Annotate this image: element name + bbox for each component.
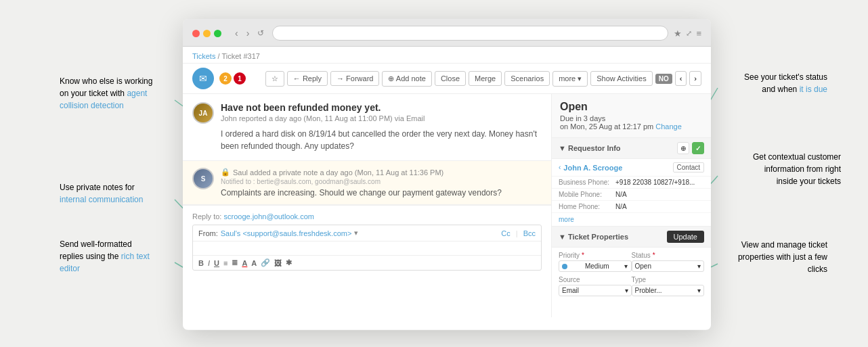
star-button[interactable]: ☆ — [265, 71, 284, 87]
more-link[interactable]: more — [552, 213, 711, 226]
type-value: Probler... — [635, 287, 662, 294]
mobile-phone-value: N/A — [615, 191, 627, 198]
list-button[interactable]: ≡ — [223, 259, 227, 267]
annotation-left-middle-text: Use private notes forinternal communicat… — [60, 183, 143, 204]
back-button[interactable]: ‹ — [232, 26, 241, 40]
from-label: From: — [198, 229, 218, 237]
requestor-icon-btn-1[interactable]: ⊕ — [677, 142, 689, 154]
ticket-properties-title: ▼ Ticket Properties — [559, 233, 628, 241]
annotation-right-top: See your ticket's statusand when it is d… — [744, 71, 827, 95]
maximize-button[interactable] — [214, 30, 221, 37]
due-label: Due in 3 days — [560, 114, 703, 122]
annotation-right-top-text: See your ticket's statusand when it is d… — [744, 72, 827, 94]
font-color-button[interactable]: A — [242, 259, 247, 267]
mobile-phone-label: Mobile Phone: — [559, 191, 613, 198]
annotation-left-bottom-text: Send well-formattedreplies using the ric… — [60, 239, 150, 273]
tickets-link[interactable]: Tickets — [192, 52, 215, 60]
dropdown-icon: ▾ — [354, 229, 358, 237]
annotation-right-bottom-text: View and manage ticketproperties with ju… — [738, 240, 827, 274]
scenarios-button[interactable]: Scenarios — [504, 71, 550, 86]
left-panel: JA Have not been refunded money yet. Joh… — [183, 94, 552, 317]
prev-ticket-button[interactable]: ‹ — [675, 71, 687, 86]
merge-button[interactable]: Merge — [469, 71, 502, 86]
mobile-phone-row: Mobile Phone: N/A — [552, 189, 711, 201]
star-icon[interactable]: ★ — [674, 28, 682, 39]
show-activities-button[interactable]: Show Activities — [590, 71, 652, 86]
link-button[interactable]: 🔗 — [261, 258, 270, 267]
font-size-button[interactable]: A — [251, 259, 257, 267]
close-button[interactable] — [192, 30, 200, 37]
nav-buttons: ‹ › ↺ — [232, 26, 267, 40]
home-phone-label: Home Phone: — [559, 203, 613, 210]
ticket-actions: ☆ ← Reply → Forward ⊕ Add note Close Mer… — [265, 71, 701, 87]
status-select[interactable]: Open ▾ — [632, 260, 705, 272]
requester-avatar-img: JA — [194, 103, 213, 122]
list-ordered-button[interactable]: ≣ — [232, 258, 238, 267]
reply-to: Reply to: scrooge.john@outlook.com — [192, 212, 542, 221]
image-button[interactable]: 🖼 — [274, 259, 282, 267]
reply-to-email: scrooge.john@outlook.com — [223, 212, 313, 221]
requestor-icons: ⊕ ✓ — [677, 142, 704, 154]
bold-button[interactable]: B — [198, 259, 204, 267]
due-date-text: on Mon, 25 Aug at 12:17 pm — [560, 122, 653, 131]
expand-icon[interactable]: ⤢ — [686, 29, 692, 38]
change-link[interactable]: Change — [655, 122, 682, 131]
refresh-button[interactable]: ↺ — [255, 27, 267, 39]
contact-button[interactable]: Contact — [673, 162, 704, 172]
ticket-properties-header: ▼ Ticket Properties Update — [552, 226, 711, 248]
note-meta: added a private note a day ago (Mon, 11 … — [250, 168, 443, 177]
email-icon: ✉ — [199, 73, 207, 84]
update-button[interactable]: Update — [667, 231, 704, 243]
requestor-section-header: ▼ Requestor Info ⊕ ✓ — [552, 138, 711, 159]
requestor-nav-left[interactable]: ‹ — [559, 164, 561, 171]
bcc-button[interactable]: Bcc — [523, 229, 536, 237]
add-note-button[interactable]: ⊕ Add note — [382, 71, 432, 87]
priority-select[interactable]: Medium ▾ — [559, 260, 632, 272]
annotation-highlight-2: internal communication — [60, 195, 143, 204]
type-select[interactable]: Probler... ▾ — [632, 285, 705, 296]
message-meta-text: reported a day ago (Mon, 11 Aug at 11:00… — [239, 114, 425, 122]
email-channel-icon[interactable]: ✉ — [192, 68, 214, 89]
note-header: Saul added a private note a day ago (Mon… — [233, 168, 443, 177]
requestor-name[interactable]: John A. Scrooge — [563, 164, 622, 172]
reply-box: Reply to: scrooge.john@outlook.com From:… — [183, 205, 551, 277]
more-formatting-button[interactable]: ✱ — [286, 258, 292, 267]
priority-value: Medium — [585, 262, 609, 270]
annotation-left-middle: Use private notes forinternal communicat… — [60, 181, 143, 206]
more-button[interactable]: more ▾ — [552, 71, 588, 87]
close-ticket-button[interactable]: Close — [435, 71, 466, 86]
annotation-highlight-4: it is due — [800, 85, 827, 94]
ticket-content: Tickets / Ticket #317 ✉ 2 1 ☆ ← Reply → … — [183, 47, 711, 329]
lock-icon: 🔒 — [221, 168, 230, 177]
address-bar[interactable] — [272, 26, 668, 41]
source-prop: Source Email ▾ — [559, 276, 632, 296]
reply-body[interactable] — [193, 241, 541, 255]
source-select[interactable]: Email ▾ — [559, 285, 632, 296]
status-prop: Status * Open ▾ — [632, 252, 705, 272]
underline-button[interactable]: U — [214, 259, 219, 267]
ticket-number: Ticket #317 — [221, 52, 259, 60]
status-value: Open — [635, 262, 651, 270]
reply-toolbar: B I U ≡ ≣ A A 🔗 🖼 ✱ — [193, 255, 541, 270]
menu-icon[interactable]: ≡ — [696, 28, 701, 39]
reply-from-row: From: Saul's <support@sauls.freshdesk.co… — [193, 225, 541, 241]
minimize-button[interactable] — [203, 30, 211, 37]
cc-button[interactable]: Cc — [501, 229, 510, 237]
business-phone-row: Business Phone: +918 22038 10827/+918... — [552, 177, 711, 189]
priority-required: * — [582, 252, 584, 259]
message-text: I ordered a hard disk on 8/19/14 but can… — [221, 128, 542, 152]
source-label: Source — [559, 276, 632, 283]
forward-button[interactable]: → Forward — [330, 71, 379, 86]
next-ticket-button[interactable]: › — [689, 71, 701, 86]
requestor-icon-btn-2[interactable]: ✓ — [692, 142, 704, 154]
priority-label-text: Priority — [559, 252, 580, 259]
message-meta: John reported a day ago (Mon, 11 Aug at … — [221, 114, 542, 122]
italic-button[interactable]: I — [208, 259, 210, 267]
badge-1: 1 — [234, 72, 246, 85]
ticket-main: JA Have not been refunded money yet. Joh… — [183, 94, 711, 317]
reply-form: From: Saul's <support@sauls.freshdesk.co… — [192, 225, 542, 271]
reply-button[interactable]: ← Reply — [287, 71, 328, 86]
type-prop: Type Probler... ▾ — [632, 276, 705, 296]
forward-button[interactable]: › — [244, 26, 253, 40]
business-phone-label: Business Phone: — [559, 179, 613, 186]
